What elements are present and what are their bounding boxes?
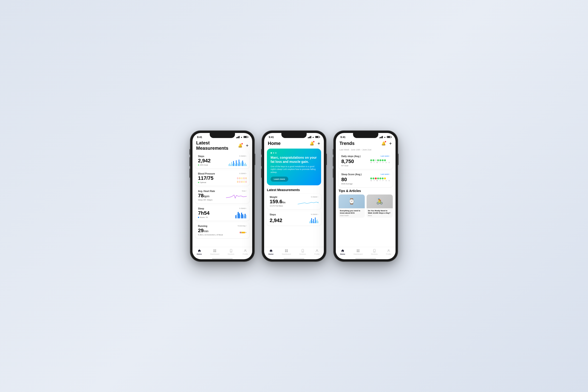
steps-status: 29% Goal	[198, 164, 210, 166]
steps-title-2: Steps	[270, 213, 276, 216]
nav-dashboard-2[interactable]: Dashboard	[280, 248, 293, 256]
phone-3: 9:41 ▲ Trends 🔔	[334, 131, 398, 262]
nav-devices-1[interactable]: Devices	[226, 248, 236, 256]
nav-profile-label-2: Profile	[314, 253, 320, 255]
nav-home-2[interactable]: Home	[266, 248, 275, 256]
tips-section: Tips & Articles ⌚ Everything you need to…	[336, 189, 396, 218]
nav-dashboard-label-2: Dashboard	[282, 253, 291, 255]
weight-chart	[298, 199, 318, 206]
nav-home-label-1: Home	[196, 253, 202, 255]
sleep-trend-card: Sleep Score (Avg.) Last week › 80 8h09 A…	[338, 171, 393, 187]
bell-button-3[interactable]: 🔔	[380, 140, 387, 147]
svg-point-20	[374, 251, 374, 252]
bp-card: Blood Pressure 9:39AM › 117/75 Optimal	[195, 170, 250, 186]
sleep-card: Sleep 9:39AM › 7h54 Score: 70	[195, 205, 250, 221]
nav-devices-2[interactable]: Devices	[298, 248, 308, 256]
svg-rect-16	[358, 250, 360, 250]
add-button-1[interactable]: +	[246, 143, 248, 148]
svg-rect-2	[214, 251, 214, 252]
status-icons-2: ▲	[308, 136, 319, 138]
sleep-value: 7h54	[198, 210, 210, 216]
svg-rect-18	[358, 251, 360, 252]
battery-icon-2	[315, 136, 319, 138]
header-actions-2: 🔔 +	[309, 140, 320, 147]
bp-time: 9:39AM ›	[239, 172, 247, 174]
tip-card-2[interactable]: 🚴 Do You Really Need to Walk 10,000 Step…	[366, 194, 393, 218]
notification-badge-2	[313, 141, 315, 142]
status-icons-3: ▲	[380, 136, 391, 138]
bottom-nav-2: Home Dashboard Devices Profile	[264, 247, 324, 258]
svg-rect-15	[357, 250, 358, 250]
notch-1	[210, 133, 235, 138]
phone-1: 9:41 ▲ Latest Measurements	[190, 131, 254, 262]
hr-sub: Sleep HR: 52bpm	[198, 199, 212, 201]
steps-trend-card: Daily steps (Avg.) Last week › 8,750 5/7…	[338, 153, 393, 169]
running-icon: ✏️	[238, 229, 247, 236]
wifi-icon-1: ▲	[240, 136, 242, 138]
header-actions-1: 🔔 +	[237, 142, 248, 149]
app-header-1: Latest Measurements 🔔 +	[192, 140, 252, 153]
svg-point-6	[245, 250, 246, 250]
hr-title: Avg. Heart Rate	[198, 190, 215, 192]
phones-container: 9:41 ▲ Latest Measurements	[190, 131, 398, 262]
bell-button-2[interactable]: 🔔	[309, 140, 315, 147]
svg-rect-3	[215, 251, 216, 252]
nav-dashboard-label-1: Dashboard	[210, 253, 219, 255]
add-button-3[interactable]: +	[389, 141, 392, 146]
svg-point-14	[316, 250, 318, 250]
app-content-1[interactable]: Steps 9:39AM › 2,942 29% Goal	[192, 153, 252, 247]
bell-button-1[interactable]: 🔔	[237, 142, 244, 149]
svg-rect-10	[285, 251, 286, 252]
learn-more-button[interactable]: Learn more	[270, 176, 288, 182]
app-content-3[interactable]: Daily steps (Avg.) Last week › 8,750 5/7…	[336, 153, 396, 247]
tip-title-1: Everything you need to know about ECG	[340, 210, 363, 214]
nav-home-label-2: Home	[268, 253, 273, 255]
nav-profile-1[interactable]: Profile	[241, 248, 250, 256]
nav-home-3[interactable]: Home	[338, 248, 347, 256]
wifi-icon-2: ▲	[312, 136, 314, 138]
svg-rect-8	[285, 250, 286, 250]
tips-grid: ⌚ Everything you need to know about ECG …	[338, 194, 393, 218]
nav-profile-label-3: Profile	[386, 253, 392, 255]
nav-home-label-3: Home	[340, 253, 345, 255]
signal-icon-2	[308, 136, 311, 138]
tip-card-1[interactable]: ⌚ Everything you need to know about ECG …	[338, 194, 365, 218]
svg-rect-1	[215, 250, 216, 250]
add-button-2[interactable]: +	[318, 141, 320, 146]
nav-dashboard-label-3: Dashboard	[354, 253, 363, 255]
status-time-1: 9:41	[197, 136, 202, 138]
running-title: Running	[198, 225, 208, 227]
hr-time: Now ›	[242, 190, 247, 192]
weight-time: 9:39AM ›	[311, 196, 318, 198]
bp-chart	[237, 176, 247, 184]
app-header-2: Home 🔔 +	[264, 140, 324, 148]
sleep-trend-value: 80	[341, 176, 352, 182]
sleep-trend-title: Sleep Score (Avg.)	[341, 173, 362, 176]
weight-card: Weight 9:39AM › 159.6lbs 14.2% Fat Mass	[267, 194, 321, 209]
running-card: Running Yesterday › 29min 5.2km | 10:41m…	[195, 222, 250, 238]
battery-icon-1	[244, 136, 248, 138]
nav-profile-2[interactable]: Profile	[312, 248, 322, 256]
nav-dashboard-1[interactable]: Dashboard	[208, 248, 221, 256]
hero-subtitle: One of the keys to a good metabolism is …	[270, 165, 318, 174]
nav-dashboard-3[interactable]: Dashboard	[352, 248, 364, 256]
trends-subtitle: Last Week · June 15th – June 21st	[336, 148, 396, 153]
steps-title: Steps	[198, 155, 204, 158]
sleep-trend-sub: 8h09 Average	[341, 183, 352, 185]
tip-category-2: Move	[368, 215, 392, 216]
steps-trend-link[interactable]: Last week ›	[380, 155, 390, 157]
weight-sub: 14.2% Fat Mass	[270, 205, 286, 207]
app-content-2[interactable]: Marc, congratulations on your fat loss a…	[264, 148, 324, 247]
steps-card: Steps 9:39AM › 2,942 29% Goal	[195, 153, 250, 168]
page-title-3: Trends	[340, 141, 355, 146]
steps-chart-2	[310, 216, 318, 223]
steps-card-2: Steps 9:39AM › 2,942	[267, 211, 321, 226]
nav-devices-3[interactable]: Devices	[369, 248, 380, 256]
steps-trend-sub: 5/7 Goal	[341, 165, 354, 167]
page-title-1: Latest Measurements	[196, 140, 237, 151]
sleep-status: Score: 70	[198, 216, 210, 218]
nav-profile-3[interactable]: Profile	[384, 248, 393, 256]
nav-home-1[interactable]: Home	[195, 248, 204, 256]
sleep-trend-link[interactable]: Last week ›	[380, 173, 390, 175]
bp-value: 117/75	[198, 176, 214, 181]
